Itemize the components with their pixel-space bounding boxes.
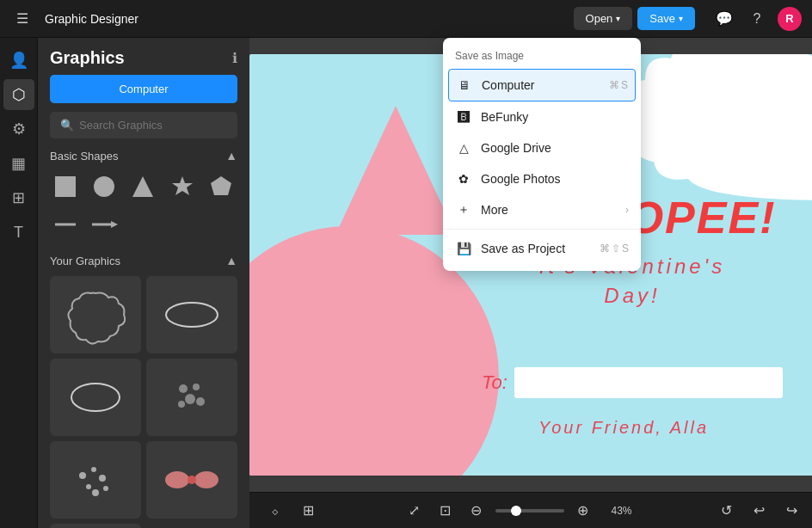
info-icon[interactable]: ℹ [232, 50, 237, 66]
svg-point-11 [193, 384, 200, 390]
sidebar-icon-shapes[interactable]: ⬡ [3, 79, 34, 110]
graphics-item-1[interactable] [50, 276, 141, 353]
svg-marker-3 [172, 176, 193, 195]
graphics-item-7[interactable] [50, 524, 141, 528]
graphics-item-3[interactable] [50, 359, 141, 436]
graphics-item-6[interactable] [146, 441, 237, 519]
panel-scroll: Basic Shapes ▲ [38, 149, 249, 528]
graphics-grid [38, 276, 249, 528]
svg-point-16 [91, 467, 96, 472]
bottombar-left: ⬦ ⊞ [263, 499, 320, 523]
zoom-in-icon[interactable]: ⊕ [571, 499, 595, 523]
svg-point-17 [99, 475, 106, 482]
sidebar-icon-text[interactable]: T [3, 217, 34, 248]
shape-square[interactable] [50, 171, 81, 202]
canvas-triangle [335, 106, 456, 235]
svg-point-14 [196, 397, 205, 406]
undo-icon[interactable]: ↩ [747, 499, 771, 523]
bottombar-right: ↺ ↩ ↪ [714, 499, 803, 523]
shape-circle[interactable] [89, 171, 120, 202]
svg-marker-4 [211, 176, 231, 195]
computer-shortcut: ⌘S [609, 79, 628, 91]
svg-point-1 [94, 176, 114, 197]
dropdown-item-more[interactable]: ＋ More › [443, 194, 641, 225]
svg-point-15 [79, 472, 86, 479]
svg-point-10 [179, 384, 188, 393]
graphics-item-2[interactable] [146, 276, 237, 353]
canvas-friend-text: Your Friend, Alla [464, 418, 783, 438]
svg-point-9 [71, 384, 120, 411]
menu-icon[interactable]: ☰ [10, 7, 34, 31]
computer-button[interactable]: Computer [50, 75, 237, 103]
svg-point-18 [86, 484, 91, 489]
svg-point-19 [103, 486, 108, 491]
dropdown-item-computer[interactable]: 🖥 Computer ⌘S [448, 69, 636, 101]
topbar-right: 💬 ? R [712, 7, 802, 31]
refresh-icon[interactable]: ↺ [714, 499, 738, 523]
graphics-item-5[interactable] [50, 441, 141, 519]
shape-line[interactable] [50, 209, 81, 240]
shape-triangle[interactable] [127, 171, 158, 202]
zoom-slider[interactable] [495, 509, 564, 513]
dropdown-item-google-drive[interactable]: △ Google Drive [443, 132, 641, 163]
canvas-to-label: To: [482, 371, 508, 394]
search-icon: 🔍 [60, 119, 74, 132]
svg-point-13 [178, 401, 185, 408]
chat-icon[interactable]: 💬 [712, 7, 736, 31]
sidebar-icon-filter[interactable]: ⚙ [3, 114, 34, 144]
shape-star[interactable] [167, 171, 198, 202]
resize-icon[interactable]: ⊡ [434, 499, 458, 523]
shape-pentagon[interactable] [206, 171, 237, 202]
save-button[interactable]: Save ▾ [637, 7, 695, 30]
layers-icon[interactable]: ⬦ [263, 499, 287, 523]
google-photos-icon: ✿ [455, 170, 472, 187]
save-project-icon: 💾 [455, 240, 472, 257]
fit-screen-icon[interactable]: ⤢ [403, 499, 427, 523]
help-icon[interactable]: ? [745, 7, 769, 31]
search-bar[interactable]: 🔍 [50, 112, 237, 138]
dropdown-item-save-project[interactable]: 💾 Save as Project ⌘⇧S [443, 233, 641, 264]
more-chevron: › [625, 204, 629, 216]
bottombar: ⬦ ⊞ ⤢ ⊡ ⊖ ⊕ 43% ↺ ↩ ↪ [249, 492, 812, 528]
svg-point-20 [92, 489, 99, 496]
save-dropdown: Save as Image 🖥 Computer ⌘S 🅱 BeFunky △ … [443, 38, 641, 271]
canvas-to-box[interactable] [514, 367, 783, 398]
zoom-out-icon[interactable]: ⊖ [464, 499, 489, 523]
basic-shapes-section: Basic Shapes ▲ [38, 149, 249, 254]
svg-marker-7 [111, 221, 118, 228]
main: 👤 ⬡ ⚙ ▦ ⊞ T Graphics ℹ Computer 🔍 Basic … [0, 38, 812, 528]
redo-icon[interactable]: ↪ [779, 499, 803, 523]
save-dropdown-arrow: ▾ [679, 14, 683, 23]
search-input[interactable] [79, 119, 227, 132]
basic-shapes-collapse[interactable]: ▲ [225, 149, 237, 163]
your-graphics-collapse[interactable]: ▲ [225, 254, 237, 267]
shapes-grid [50, 171, 237, 240]
zoom-handle[interactable] [511, 506, 521, 516]
graphics-item-4[interactable] [146, 359, 237, 436]
zoom-percent: 43% [602, 505, 632, 517]
computer-icon: 🖥 [456, 77, 473, 94]
shape-arrow[interactable] [89, 209, 120, 240]
open-button[interactable]: Open ▾ [574, 7, 633, 30]
topbar-actions: Open ▾ Save ▾ [574, 7, 695, 30]
svg-point-8 [166, 303, 218, 327]
avatar[interactable]: R [778, 7, 802, 31]
google-drive-icon: △ [455, 139, 472, 157]
sidebar-icon-grid[interactable]: ⊞ [3, 182, 34, 213]
basic-shapes-title: Basic Shapes [50, 150, 119, 163]
sidebar-icon-layers[interactable]: ▦ [3, 148, 34, 179]
topbar: ☰ Graphic Designer Open ▾ Save ▾ 💬 ? R [0, 0, 812, 38]
basic-shapes-header: Basic Shapes ▲ [50, 149, 237, 163]
your-graphics-header: Your Graphics ▲ [38, 254, 249, 276]
svg-point-23 [188, 476, 196, 484]
svg-point-21 [165, 471, 189, 488]
svg-rect-0 [55, 176, 76, 197]
icon-sidebar: 👤 ⬡ ⚙ ▦ ⊞ T [0, 38, 38, 528]
dropdown-item-befunky[interactable]: 🅱 BeFunky [443, 101, 641, 132]
your-graphics-title: Your Graphics [50, 255, 120, 267]
dropdown-item-google-photos[interactable]: ✿ Google Photos [443, 163, 641, 194]
grid-view-icon[interactable]: ⊞ [296, 499, 320, 523]
save-project-shortcut: ⌘⇧S [600, 243, 629, 255]
dropdown-divider [443, 229, 641, 230]
sidebar-icon-user[interactable]: 👤 [3, 45, 34, 76]
